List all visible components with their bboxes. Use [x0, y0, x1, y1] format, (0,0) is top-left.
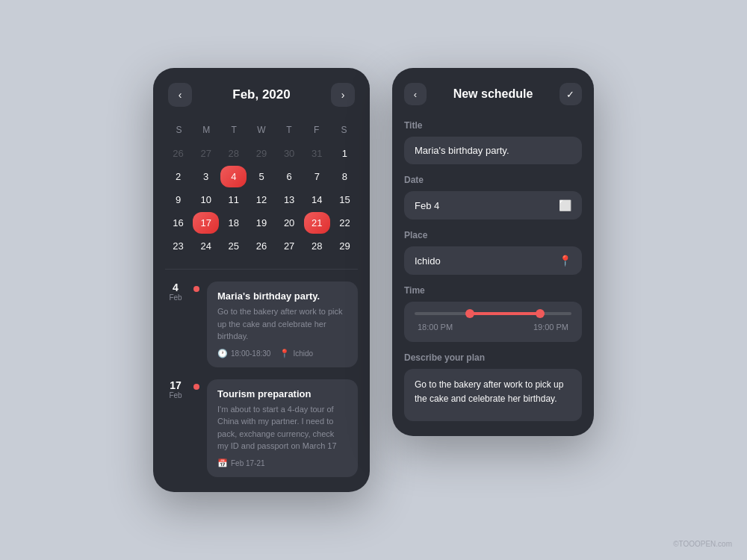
calendar-day-4[interactable]: 4 [220, 166, 247, 187]
time-thumb-start[interactable] [465, 309, 474, 318]
event-title: Tourism preparation [217, 388, 347, 399]
title-field[interactable]: Maria's birthday party. [404, 137, 582, 164]
event-date-range: 📅 Feb 17-21 [217, 458, 265, 468]
form-header: ‹ New schedule ✓ [404, 83, 582, 105]
event-card-1[interactable]: Maria's birthday party. Go to the bakery… [207, 281, 358, 367]
event-date-col: 17 Feb [165, 379, 186, 399]
confirm-button[interactable]: ✓ [560, 83, 582, 105]
calendar-day[interactable]: 8 [332, 166, 358, 187]
event-dot [193, 384, 199, 390]
events-list: 4 Feb Maria's birthday party. Go to the … [165, 281, 358, 477]
calendar-icon: 📅 [217, 458, 228, 468]
calendar-day[interactable]: 29 [248, 143, 274, 164]
calendar-day-21[interactable]: 21 [304, 212, 330, 234]
event-month: Feb [169, 293, 182, 302]
event-time: 🕐 18:00-18:30 [217, 349, 270, 358]
calendar-day[interactable]: 9 [165, 189, 191, 211]
event-day: 4 [173, 281, 179, 293]
location-icon: 📍 [279, 349, 290, 358]
time-fill [470, 312, 541, 315]
calendar-day[interactable]: 31 [304, 143, 330, 164]
calendar-day-17[interactable]: 17 [193, 212, 219, 234]
calendar-day[interactable]: 14 [304, 189, 330, 211]
form-title: New schedule [453, 87, 533, 101]
event-date-value: Feb 17-21 [231, 459, 265, 467]
calendar-day[interactable]: 13 [276, 189, 303, 211]
weekday-sat: S [330, 122, 358, 138]
time-track [415, 312, 571, 315]
date-label: Date [404, 175, 582, 185]
calendar-day[interactable]: 5 [248, 166, 274, 187]
next-month-button[interactable]: › [331, 83, 355, 107]
describe-value: Go to the bakery after work to pick up t… [415, 379, 563, 404]
event-place-value: Ichido [293, 349, 313, 358]
weekday-wed: W [248, 122, 276, 138]
time-labels: 18:00 PM 19:00 PM [415, 323, 571, 332]
calendar-day[interactable]: 19 [248, 212, 274, 234]
clock-icon: 🕐 [217, 349, 228, 358]
weekday-sun: S [165, 122, 193, 138]
calendar-day[interactable]: 28 [220, 143, 247, 164]
event-card-2[interactable]: Tourism preparation I'm about to start a… [207, 379, 358, 477]
event-meta: 🕐 18:00-18:30 📍 Ichido [217, 349, 347, 358]
calendar-day[interactable]: 24 [193, 235, 219, 257]
event-dot-col [193, 379, 199, 390]
weekday-fri: F [303, 122, 330, 138]
calendar-icon: ⬜ [559, 199, 571, 211]
calendar-day[interactable]: 25 [220, 235, 247, 257]
time-thumb-end[interactable] [536, 309, 545, 318]
place-value: Ichido [415, 255, 441, 267]
calendar-title: Feb, 2020 [232, 87, 291, 102]
date-value: Feb 4 [415, 200, 439, 211]
calendar-day[interactable]: 10 [193, 189, 219, 211]
event-item-1: 4 Feb Maria's birthday party. Go to the … [165, 281, 358, 367]
event-desc: I'm about to start a 4-day tour of China… [217, 403, 347, 452]
calendar-day[interactable]: 7 [304, 166, 330, 187]
title-value: Maria's birthday party. [415, 145, 509, 156]
event-time-value: 18:00-18:30 [231, 349, 270, 358]
watermark: ©TOOOPEN.com [673, 540, 732, 548]
event-date-col: 4 Feb [165, 281, 186, 302]
event-title: Maria's birthday party. [217, 290, 347, 302]
calendar-day[interactable]: 3 [193, 166, 219, 187]
weekday-thu: T [275, 122, 303, 138]
calendar-weekdays: S M T W T F S [165, 122, 358, 138]
divider [165, 269, 358, 270]
event-dot [193, 286, 199, 292]
place-label: Place [404, 230, 582, 240]
time-slider[interactable]: 18:00 PM 19:00 PM [404, 302, 582, 342]
event-place: 📍 Ichido [279, 349, 313, 358]
event-meta: 📅 Feb 17-21 [217, 458, 347, 468]
calendar-day[interactable]: 29 [332, 235, 358, 257]
calendar-day[interactable]: 11 [220, 189, 247, 211]
time-start-label: 18:00 PM [418, 323, 453, 332]
calendar-day[interactable]: 15 [332, 189, 358, 211]
title-label: Title [404, 120, 582, 131]
calendar-days: 26 27 28 29 30 31 1 2 3 4 5 6 7 8 9 10 1… [165, 143, 358, 257]
date-field[interactable]: Feb 4 ⬜ [404, 191, 582, 220]
calendar-day[interactable]: 22 [332, 212, 358, 234]
time-label: Time [404, 285, 582, 296]
calendar-day[interactable]: 6 [276, 166, 303, 187]
calendar-day[interactable]: 27 [193, 143, 219, 164]
calendar-day[interactable]: 18 [220, 212, 247, 234]
calendar-day[interactable]: 27 [276, 235, 303, 257]
prev-month-button[interactable]: ‹ [168, 83, 192, 107]
describe-field[interactable]: Go to the bakery after work to pick up t… [404, 369, 582, 421]
weekday-mon: M [193, 122, 220, 138]
back-button[interactable]: ‹ [404, 83, 427, 105]
place-field[interactable]: Ichido 📍 [404, 246, 582, 275]
calendar-day[interactable]: 23 [165, 235, 191, 257]
calendar-day[interactable]: 2 [165, 166, 191, 187]
calendar-card: ‹ Feb, 2020 › S M T W T F S 26 27 28 29 … [153, 68, 370, 492]
calendar-day[interactable]: 28 [304, 235, 330, 257]
calendar-day[interactable]: 12 [248, 189, 274, 211]
calendar-day[interactable]: 30 [276, 143, 303, 164]
calendar-day[interactable]: 26 [248, 235, 274, 257]
calendar-day[interactable]: 1 [332, 143, 358, 164]
event-item-2: 17 Feb Tourism preparation I'm about to … [165, 379, 358, 477]
calendar-day[interactable]: 20 [276, 212, 303, 234]
calendar-day[interactable]: 16 [165, 212, 191, 234]
calendar-day[interactable]: 26 [165, 143, 191, 164]
calendar-header: ‹ Feb, 2020 › [165, 83, 358, 107]
